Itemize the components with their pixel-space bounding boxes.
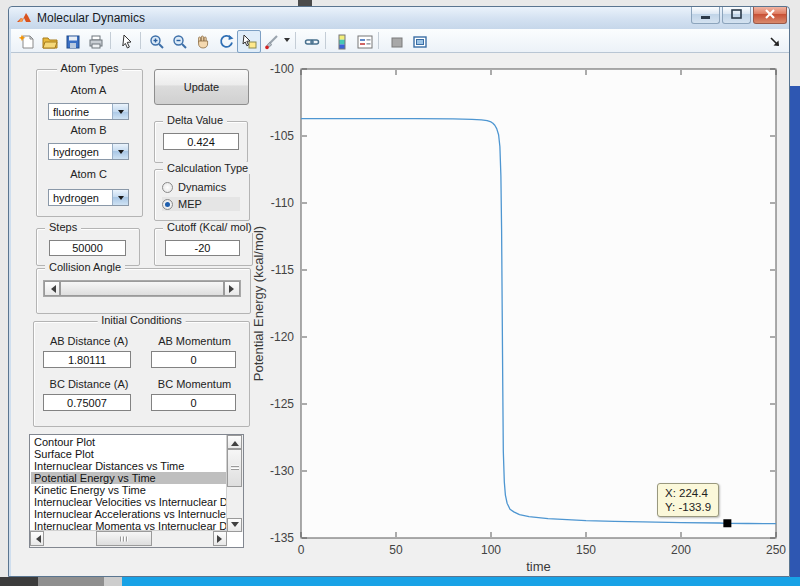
show-plot-tools-button[interactable] (408, 30, 432, 53)
slider-right-arrow[interactable] (224, 281, 240, 296)
scroll-down-arrow[interactable] (227, 518, 242, 532)
toolbar-overflow-arrow[interactable] (769, 34, 781, 46)
data-cursor-icon (241, 34, 257, 50)
figure-toolbar (11, 29, 789, 53)
vertical-scroll-thumb[interactable] (227, 449, 242, 487)
radio-selected-icon (162, 199, 173, 210)
list-item[interactable]: Kinetic Energy vs Time (31, 484, 227, 496)
atom-b-value: hydrogen (49, 144, 112, 159)
link-plot-button[interactable] (300, 30, 324, 53)
desktop-background (104, 577, 122, 586)
calculation-type-group: Calculation Type (154, 169, 250, 221)
edit-plot-button[interactable] (115, 30, 139, 53)
brush-dropdown-caret[interactable] (284, 38, 290, 45)
brush-data-button[interactable] (260, 30, 284, 53)
legend-icon (357, 34, 373, 50)
chevron-down-icon[interactable] (112, 144, 128, 159)
atom-b-dropdown[interactable]: hydrogen (48, 143, 129, 160)
toolbar-separator (110, 32, 111, 49)
steps-field[interactable] (49, 240, 126, 256)
data-cursor-button[interactable] (237, 30, 261, 53)
print-figure-button[interactable] (84, 30, 108, 53)
list-item[interactable]: Contour Plot (31, 436, 227, 448)
rotate-icon (218, 34, 234, 50)
atom-b-label: Atom B (36, 124, 141, 136)
atom-c-dropdown[interactable]: hydrogen (48, 189, 129, 206)
svg-text:50: 50 (389, 543, 403, 557)
calculation-type-title: Calculation Type (163, 162, 252, 174)
list-item[interactable]: Internuclear Accelerations vs Internucle… (31, 508, 227, 520)
title-bar[interactable]: Molecular Dynamics (9, 7, 789, 29)
rotate-3d-button[interactable] (214, 30, 238, 53)
zoom-in-button[interactable] (145, 30, 169, 53)
new-figure-icon (19, 34, 35, 50)
scroll-left-arrow[interactable] (30, 531, 44, 546)
new-figure-button[interactable] (15, 30, 39, 53)
list-item[interactable]: Internuclear Velocities vs Internuclear … (31, 496, 227, 508)
radio-mep[interactable]: MEP (162, 197, 240, 211)
listbox-horizontal-scrollbar[interactable] (30, 530, 227, 547)
save-icon (65, 34, 81, 50)
listbox-items: Contour PlotSurface PlotInternuclear Dis… (31, 436, 227, 532)
collision-angle-slider[interactable] (43, 280, 241, 297)
svg-text:Potential Energy (kcal/mol): Potential Energy (kcal/mol) (251, 226, 266, 381)
slider-left-arrow[interactable] (44, 281, 60, 296)
collision-angle-title: Collision Angle (45, 261, 125, 273)
list-item[interactable]: Surface Plot (31, 448, 227, 460)
ab-momentum-field[interactable] (151, 351, 236, 368)
cutoff-title: Cutoff (Kcal/ mol) (163, 221, 256, 233)
minimize-button[interactable] (691, 7, 720, 24)
hide-plot-tools-button[interactable] (385, 30, 409, 53)
close-button[interactable] (753, 7, 787, 24)
bc-momentum-label: BC Momentum (147, 378, 242, 390)
atom-a-label: Atom A (36, 84, 141, 96)
atom-c-label: Atom C (36, 168, 141, 180)
zoom-out-button[interactable] (168, 30, 192, 53)
bc-momentum-field[interactable] (151, 394, 236, 411)
svg-text:-100: -100 (270, 62, 294, 76)
radio-dynamics[interactable]: Dynamics (162, 180, 240, 194)
svg-text:100: 100 (481, 543, 501, 557)
toolbar-separator (378, 32, 379, 49)
ab-distance-field[interactable] (43, 351, 131, 368)
plot-type-listbox[interactable]: Contour PlotSurface PlotInternuclear Dis… (29, 434, 244, 548)
save-figure-button[interactable] (61, 30, 85, 53)
data-tip-y: Y: -133.9 (665, 500, 711, 514)
zoom-out-icon (172, 34, 188, 50)
brush-icon (264, 34, 280, 50)
pan-button[interactable] (191, 30, 215, 53)
svg-text:-125: -125 (270, 397, 294, 411)
svg-text:0: 0 (298, 543, 305, 557)
slider-thumb[interactable] (60, 281, 224, 296)
open-file-button[interactable] (38, 30, 62, 53)
colorbar-icon (334, 34, 350, 50)
horizontal-scroll-thumb[interactable] (96, 531, 152, 546)
listbox-vertical-scrollbar[interactable] (226, 435, 243, 532)
maximize-button[interactable] (722, 7, 751, 24)
insert-colorbar-button[interactable] (330, 30, 354, 53)
atom-types-title: Atom Types (57, 62, 123, 74)
scroll-right-arrow[interactable] (213, 531, 227, 546)
svg-text:-130: -130 (270, 464, 294, 478)
insert-legend-button[interactable] (353, 30, 377, 53)
desktop-background (122, 577, 800, 586)
atom-a-dropdown[interactable]: fluorine (48, 103, 129, 120)
delta-value-field[interactable] (163, 133, 239, 150)
chevron-down-icon[interactable] (112, 190, 128, 205)
open-folder-icon (42, 34, 58, 50)
ab-distance-label: AB Distance (A) (39, 335, 139, 347)
svg-text:-115: -115 (271, 263, 294, 277)
list-item[interactable]: Internuclear Distances vs Time (31, 460, 227, 472)
update-button[interactable]: Update (154, 69, 249, 105)
chevron-down-icon[interactable] (112, 104, 128, 119)
desktop-background (790, 86, 800, 586)
desktop-background (38, 577, 104, 586)
cutoff-field[interactable] (165, 240, 240, 256)
matlab-logo-icon (16, 10, 32, 26)
list-item[interactable]: Potential Energy vs Time (31, 472, 227, 484)
atom-a-value: fluorine (49, 104, 112, 119)
dock-figure-icon (412, 34, 428, 50)
scroll-up-arrow[interactable] (227, 435, 242, 449)
app-window: Molecular Dynamics (8, 6, 790, 577)
bc-distance-field[interactable] (43, 394, 131, 411)
